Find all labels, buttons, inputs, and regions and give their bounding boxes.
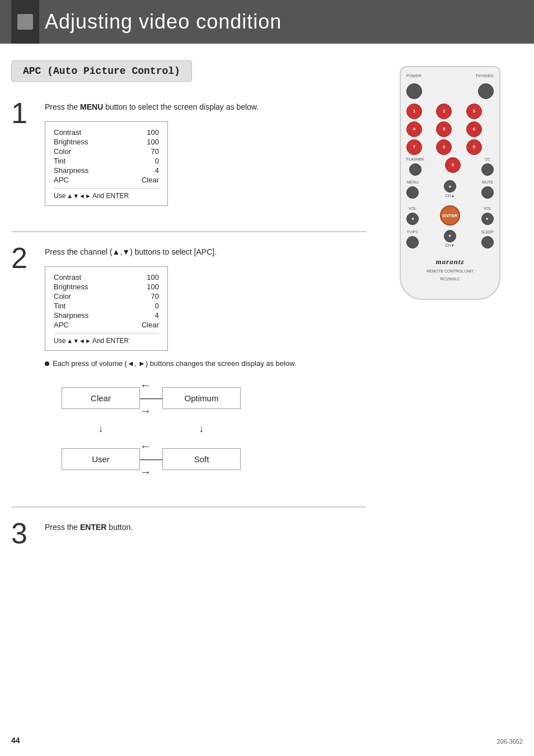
apc-arrow-h-bottom: ←——→ xyxy=(140,440,162,478)
step-3-number: 3 xyxy=(11,519,39,548)
page-title: Adjusting video condition xyxy=(45,10,282,34)
main-content: APC (Auto Picture Control) 1 Press the M… xyxy=(0,60,534,565)
remote-menu-row: MENU ▲ CH▲ MUTE xyxy=(406,180,494,199)
menu-label-tint-1: Tint xyxy=(54,157,65,165)
menu-label-color-1: Color xyxy=(54,147,71,156)
apc-user-label: User xyxy=(92,454,110,464)
menu-row-apc-2: APC Clear xyxy=(54,320,159,330)
button-3[interactable]: 3 xyxy=(466,104,482,119)
flashbk-button[interactable] xyxy=(409,163,421,176)
cc-button[interactable] xyxy=(481,163,494,176)
menu-value-tint-1: 0 xyxy=(155,157,159,165)
apc-box-soft: Soft xyxy=(162,448,241,470)
vol-left-button[interactable]: ◄ xyxy=(406,213,419,225)
ch-up-label: CH▲ xyxy=(445,194,455,198)
button-2[interactable]: 2 xyxy=(436,104,452,119)
vol-right-label: VOL xyxy=(484,206,491,210)
remote-enter-row: VOL ◄ ENTER VOL ► xyxy=(406,205,494,226)
button-9[interactable]: 9 xyxy=(466,139,482,155)
apc-arrow-h-top: ←——→ xyxy=(140,379,162,417)
bullet-text: Each press of volume (◄, ►) buttons chan… xyxy=(53,359,296,368)
menu-button[interactable] xyxy=(406,186,419,199)
menu-row-brightness-1: Brightness 100 xyxy=(54,137,159,147)
remote-brand-sub2: RC1500LC xyxy=(441,276,460,282)
ch-down-label: CH▼ xyxy=(445,243,455,247)
ch-up-button[interactable]: ▲ xyxy=(444,180,456,192)
ch-down-button[interactable]: ▼ xyxy=(444,230,456,242)
step-2-number: 2 xyxy=(11,243,39,490)
menu-row-color-1: Color 70 xyxy=(54,147,159,156)
enter-button[interactable]: ENTER xyxy=(440,205,460,226)
sleep-button[interactable] xyxy=(481,236,494,248)
menu-value-contrast-2: 100 xyxy=(147,273,159,281)
left-column: APC (Auto Picture Control) 1 Press the M… xyxy=(11,60,377,565)
step-1-bold: MENU xyxy=(80,102,103,111)
apc-box-clear: Clear xyxy=(62,387,140,409)
button-0[interactable]: 0 xyxy=(445,157,461,173)
menu-label-apc-1: APC xyxy=(54,176,69,184)
tv-pc-label: TV/PC xyxy=(407,230,419,234)
step-1-suffix: button to select the screen display as b… xyxy=(103,102,259,111)
menu-use-text-1: Use xyxy=(54,192,65,200)
menu-value-contrast-1: 100 xyxy=(147,128,159,137)
menu-row-contrast-1: Contrast 100 xyxy=(54,128,159,137)
step-1-content: Press the MENU button to select the scre… xyxy=(45,98,366,214)
menu-row-contrast-2: Contrast 100 xyxy=(54,273,159,282)
remote-num-grid-123: 1 2 3 xyxy=(406,104,494,119)
button-8[interactable]: 8 xyxy=(436,139,452,155)
mute-label: MUTE xyxy=(482,180,493,184)
step-3-prefix: Press the xyxy=(45,523,80,532)
tv-pc-button[interactable] xyxy=(406,236,419,248)
menu-value-sharpness-2: 4 xyxy=(155,311,159,320)
header-icon-block xyxy=(11,0,39,44)
remote-top-labels: POWER TV/VIDEO xyxy=(406,74,494,79)
menu-label-tint-2: Tint xyxy=(54,302,65,310)
apc-soft-label: Soft xyxy=(194,454,209,464)
button-1[interactable]: 1 xyxy=(406,104,422,119)
apc-arrow-v-right: ↓ xyxy=(199,417,204,440)
menu-and-enter-1: And ENTER xyxy=(92,192,129,200)
menu-label: MENU xyxy=(407,180,419,184)
remote-brand: marantz xyxy=(435,257,464,266)
menu-label-brightness-2: Brightness xyxy=(54,283,88,291)
step-3-suffix: button. xyxy=(106,523,133,532)
remote-control: POWER TV/VIDEO 1 2 3 4 5 6 7 xyxy=(400,66,500,300)
menu-value-color-1: 70 xyxy=(151,147,159,156)
mute-button[interactable] xyxy=(481,186,494,199)
menu-row-brightness-2: Brightness 100 xyxy=(54,282,159,292)
step-2-text: Press the channel (▲,▼) buttons to selec… xyxy=(45,246,366,258)
flashbk-label: FLASHBK xyxy=(406,157,424,161)
doc-number: 206-3652 xyxy=(497,738,523,745)
menu-value-tint-2: 0 xyxy=(155,302,159,310)
menu-value-brightness-1: 100 xyxy=(147,138,159,146)
step-1-text: Press the MENU button to select the scre… xyxy=(45,101,366,113)
header-icon xyxy=(17,14,33,30)
step-1-prefix: Press the xyxy=(45,102,80,111)
remote-num-grid-456: 4 5 6 xyxy=(406,121,494,137)
sleep-label: SLEEP xyxy=(481,230,494,234)
button-5[interactable]: 5 xyxy=(436,121,452,137)
power-button[interactable] xyxy=(406,83,422,99)
apc-diagram: Clear ←——→ Optimum ↓ ↓ User ←——→ xyxy=(62,379,366,478)
menu-row-tint-2: Tint 0 xyxy=(54,301,159,311)
menu-box-1: Contrast 100 Brightness 100 Color 70 Tin… xyxy=(45,121,168,206)
menu-row-color-2: Color 70 xyxy=(54,292,159,301)
menu-label-apc-2: APC xyxy=(54,321,69,329)
cc-label: CC xyxy=(485,157,490,161)
right-column: POWER TV/VIDEO 1 2 3 4 5 6 7 xyxy=(377,60,523,565)
step-2-prefix: Press the channel (▲,▼) buttons to selec… xyxy=(45,247,217,256)
button-6[interactable]: 6 xyxy=(466,121,482,137)
menu-value-apc-1: Clear xyxy=(142,176,159,184)
page-header: Adjusting video condition xyxy=(0,0,534,44)
tv-video-button[interactable] xyxy=(478,83,494,99)
menu-use-row-2: Use ▲▼◄► And ENTER xyxy=(54,337,159,345)
apc-clear-label: Clear xyxy=(91,393,111,403)
menu-use-row-1: Use ▲▼◄► And ENTER xyxy=(54,192,159,200)
button-7[interactable]: 7 xyxy=(406,139,422,155)
vol-right-button[interactable]: ► xyxy=(481,213,494,225)
step-1-number: 1 xyxy=(11,98,39,214)
menu-value-brightness-2: 100 xyxy=(147,283,159,291)
menu-label-contrast-1: Contrast xyxy=(54,128,81,137)
button-4[interactable]: 4 xyxy=(406,121,422,137)
remote-flashbk-row: FLASHBK 0 CC xyxy=(406,157,494,176)
